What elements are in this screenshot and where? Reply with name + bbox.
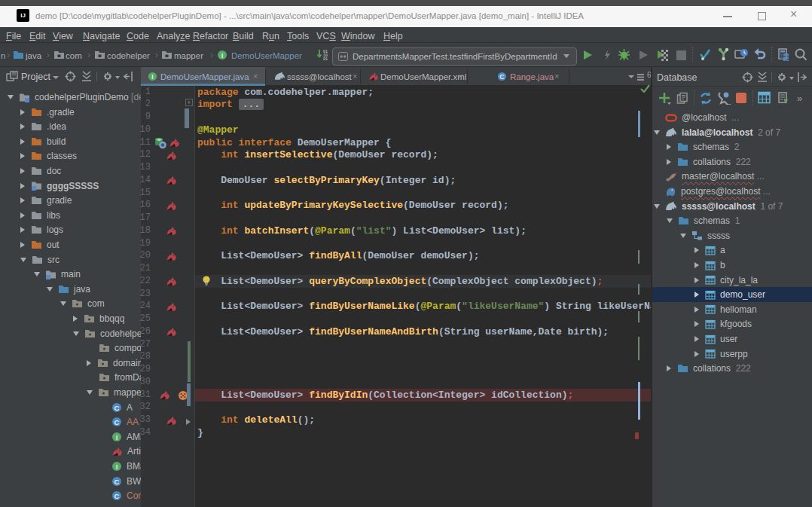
- svg-text:C: C: [499, 73, 505, 81]
- svg-text:01: 01: [323, 57, 328, 60]
- svg-text:C: C: [114, 477, 120, 485]
- svg-text:I: I: [151, 73, 153, 81]
- svg-text:I: I: [221, 51, 224, 60]
- svg-text:C: C: [114, 492, 120, 500]
- svg-text:I: I: [116, 463, 118, 471]
